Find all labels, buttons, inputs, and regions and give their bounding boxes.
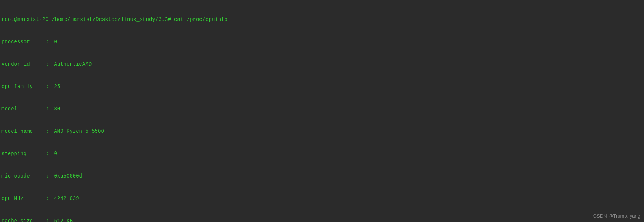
- key-model: model: [1, 105, 46, 113]
- key-microcode: microcode: [1, 172, 46, 180]
- key-model-name: model name: [1, 128, 46, 135]
- value-processor: 0: [54, 39, 57, 45]
- key-vendor-id: vendor_id: [1, 60, 46, 68]
- key-processor: processor: [1, 38, 46, 46]
- value-stepping: 0: [54, 151, 57, 157]
- cpuinfo-model-name: model name: AMD Ryzen 5 5500: [1, 128, 643, 135]
- value-cpu-family: 25: [54, 84, 60, 90]
- value-model: 80: [54, 106, 60, 112]
- value-vendor-id: AuthenticAMD: [54, 61, 92, 67]
- key-cpu-mhz: cpu MHz: [1, 195, 46, 202]
- cpuinfo-vendor-id: vendor_id: AuthenticAMD: [1, 60, 643, 68]
- value-model-name: AMD Ryzen 5 5500: [54, 128, 104, 134]
- cpuinfo-cpu-family: cpu family: 25: [1, 83, 643, 90]
- cpuinfo-stepping: stepping: 0: [1, 150, 643, 157]
- cpuinfo-processor: processor: 0: [1, 38, 643, 46]
- value-cache-size: 512 KB: [54, 218, 72, 222]
- prompt-line: root@marxist-PC:/home/marxist/Desktop/li…: [1, 16, 643, 23]
- cpuinfo-cpu-mhz: cpu MHz: 4242.039: [1, 195, 643, 202]
- value-cpu-mhz: 4242.039: [54, 196, 79, 201]
- prompt-path: :/home/marxist/Desktop/linux_study/3.3#: [49, 16, 171, 22]
- prompt-user-host: root@marxist-PC: [1, 16, 49, 22]
- key-cpu-family: cpu family: [1, 83, 46, 90]
- key-cache-size: cache size: [1, 217, 46, 222]
- cpuinfo-cache-size: cache size: 512 KB: [1, 217, 643, 222]
- cpuinfo-microcode: microcode: 0xa50000d: [1, 172, 643, 180]
- terminal-output: root@marxist-PC:/home/marxist/Desktop/li…: [0, 0, 644, 222]
- watermark: CSDN @Trump. yang: [593, 212, 640, 220]
- command-text: cat /proc/cpuinfo: [174, 16, 227, 22]
- cpuinfo-model: model: 80: [1, 105, 643, 113]
- value-microcode: 0xa50000d: [54, 173, 82, 179]
- key-stepping: stepping: [1, 150, 46, 157]
